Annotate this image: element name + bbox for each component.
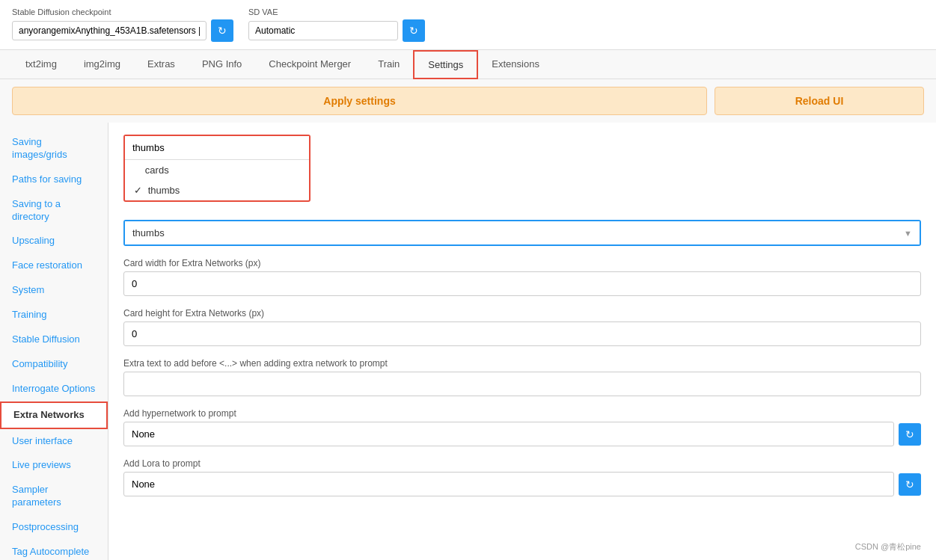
card-width-input[interactable]	[123, 271, 921, 296]
sidebar-item-sampler-parameters[interactable]: Sampler parameters	[0, 478, 108, 515]
hypernetwork-refresh-button[interactable]: ↻	[899, 423, 921, 446]
card-height-group: Card height for Extra Networks (px)	[123, 308, 921, 346]
apply-settings-button[interactable]: Apply settings	[12, 87, 707, 115]
sidebar-item-compatibility[interactable]: Compatibility	[0, 352, 108, 377]
footer-text: CSDN @青松pine	[855, 541, 921, 553]
tab-png-info[interactable]: PNG Info	[189, 50, 255, 79]
vae-label: SD VAE	[248, 7, 425, 16]
card-height-label: Card height for Extra Networks (px)	[123, 308, 921, 319]
checkmark-thumbs: ✓	[134, 185, 145, 196]
sidebar-item-tag-autocomplete[interactable]: Tag Autocomplete	[0, 540, 108, 560]
checkpoint-section: Stable Diffusion checkpoint anyorangemix…	[12, 7, 233, 42]
sidebar-item-training[interactable]: Training	[0, 303, 108, 327]
sidebar: Saving images/grids Paths for saving Sav…	[0, 123, 108, 560]
dropdown-option-thumbs[interactable]: ✓ thumbs	[125, 180, 309, 200]
sidebar-item-postprocessing[interactable]: Postprocessing	[0, 515, 108, 540]
top-bar: Stable Diffusion checkpoint anyorangemix…	[0, 0, 936, 50]
sidebar-item-user-interface[interactable]: User interface	[0, 429, 108, 454]
checkpoint-row: anyorangemixAnything_453A1B.safetensors …	[12, 19, 233, 42]
tab-settings[interactable]: Settings	[413, 50, 478, 79]
default-view-dropdown[interactable]: thumbs ▼	[123, 220, 921, 246]
tab-extras[interactable]: Extras	[134, 50, 189, 79]
sidebar-item-saving-to-directory[interactable]: Saving to a directory	[0, 192, 108, 230]
extra-text-input[interactable]	[123, 372, 921, 396]
checkpoint-label: Stable Diffusion checkpoint	[12, 7, 233, 16]
default-view-value: thumbs	[132, 227, 165, 239]
tab-txt2img[interactable]: txt2img	[12, 50, 70, 79]
tab-img2img[interactable]: img2img	[70, 50, 134, 79]
lora-refresh-button[interactable]: ↻	[899, 473, 921, 496]
card-width-label: Card width for Extra Networks (px)	[123, 258, 921, 268]
extra-text-label: Extra text to add before <...> when addi…	[123, 358, 921, 369]
default-view-trigger[interactable]: thumbs ▼	[125, 221, 920, 244]
hypernetwork-group: Add hypernetwork to prompt None ↻	[123, 408, 921, 446]
content-area: Default view for Extra Networks cards ✓ …	[108, 123, 936, 560]
action-bar: Apply settings Reload UI	[0, 79, 936, 123]
lora-group: Add Lora to prompt None ↻	[123, 458, 921, 496]
sidebar-item-system[interactable]: System	[0, 278, 108, 303]
tab-train[interactable]: Train	[364, 50, 413, 79]
default-view-group: Default view for Extra Networks cards ✓ …	[123, 135, 921, 246]
hypernetwork-row: None ↻	[123, 422, 921, 446]
lora-row: None ↻	[123, 472, 921, 496]
card-height-input[interactable]	[123, 321, 921, 346]
card-width-group: Card width for Extra Networks (px)	[123, 258, 921, 296]
tab-checkpoint-merger[interactable]: Checkpoint Merger	[255, 50, 364, 79]
checkpoint-refresh-button[interactable]: ↻	[211, 19, 233, 42]
vae-refresh-button[interactable]: ↻	[403, 19, 425, 42]
lora-select[interactable]: None	[123, 472, 894, 496]
checkpoint-select[interactable]: anyorangemixAnything_453A1B.safetensors …	[12, 21, 207, 40]
reload-ui-button[interactable]: Reload UI	[715, 87, 924, 115]
sidebar-item-live-previews[interactable]: Live previews	[0, 453, 108, 478]
lora-label: Add Lora to prompt	[123, 458, 921, 469]
hypernetwork-label: Add hypernetwork to prompt	[123, 408, 921, 419]
sidebar-item-upscaling[interactable]: Upscaling	[0, 229, 108, 253]
sidebar-item-saving-images[interactable]: Saving images/grids	[0, 130, 108, 167]
default-view-dropdown-open[interactable]: cards ✓ thumbs	[123, 135, 311, 202]
sidebar-item-face-restoration[interactable]: Face restoration	[0, 253, 108, 278]
main-layout: Saving images/grids Paths for saving Sav…	[0, 123, 936, 560]
nav-tabs: txt2img img2img Extras PNG Info Checkpoi…	[0, 50, 936, 79]
sidebar-item-interrogate-options[interactable]: Interrogate Options	[0, 377, 108, 401]
sidebar-item-stable-diffusion[interactable]: Stable Diffusion	[0, 327, 108, 352]
default-view-search-input[interactable]	[125, 136, 309, 160]
checkmark-cards	[134, 164, 139, 176]
tab-extensions[interactable]: Extensions	[478, 50, 553, 79]
hypernetwork-select[interactable]: None	[123, 422, 894, 446]
extra-text-group: Extra text to add before <...> when addi…	[123, 358, 921, 396]
sidebar-item-paths-for-saving[interactable]: Paths for saving	[0, 167, 108, 192]
dropdown-option-cards[interactable]: cards	[125, 160, 309, 180]
sidebar-item-extra-networks[interactable]: Extra Networks	[0, 401, 108, 429]
vae-section: SD VAE Automatic ↻	[248, 7, 425, 42]
dropdown-arrow-icon: ▼	[904, 229, 912, 238]
vae-row: Automatic ↻	[248, 19, 425, 42]
vae-select[interactable]: Automatic	[248, 21, 398, 40]
